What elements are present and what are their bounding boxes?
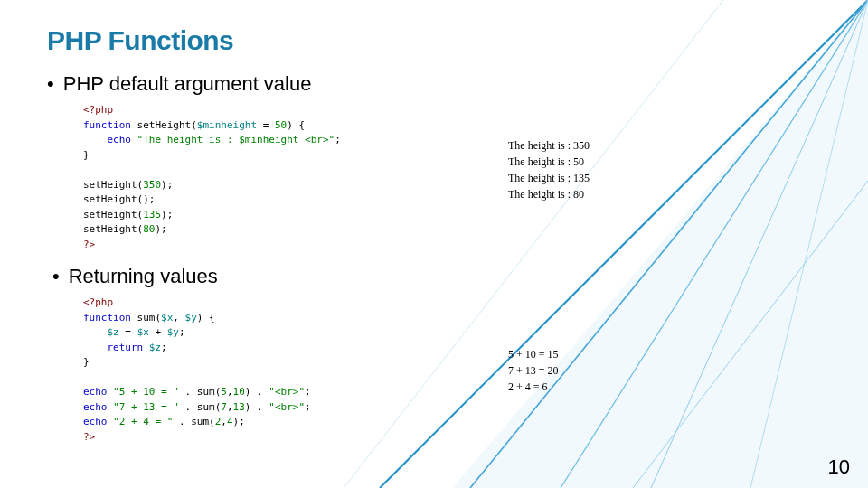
code-token: =	[257, 119, 275, 131]
code-token: ;	[305, 401, 311, 413]
output-line: The height is : 50	[508, 154, 590, 170]
code-token: ?>	[83, 239, 95, 250]
code-token: function	[83, 119, 131, 131]
code-token: ) .	[245, 401, 269, 413]
code-token: 10	[233, 386, 245, 398]
code-token: setHeight(	[83, 209, 143, 221]
code-token	[83, 326, 108, 338]
code-token: "The height is : $minheight <br>"	[131, 134, 335, 145]
code-token: +	[149, 326, 167, 338]
code-token: function	[83, 312, 131, 324]
code-token: "5 + 10 = "	[108, 386, 179, 398]
code-token: $x	[161, 312, 173, 324]
output-line: The height is : 350	[508, 137, 590, 154]
code-token: 50	[275, 119, 287, 131]
code-token: 135	[143, 209, 161, 221]
code-token: );	[155, 223, 166, 235]
code-token: ;	[161, 342, 167, 353]
code-token: ;	[335, 134, 341, 145]
code-token: <?php	[83, 296, 113, 308]
slide-title: PHP Functions	[47, 25, 821, 56]
code-token: <?php	[83, 104, 113, 116]
output-line: The height is : 135	[508, 170, 590, 186]
code-token: ) {	[197, 312, 215, 324]
code-token: echo	[83, 134, 131, 145]
page-number: 10	[828, 455, 850, 479]
code-token: setHeight(	[83, 223, 143, 235]
code-token: echo	[83, 416, 108, 427]
code-token: =	[119, 326, 137, 338]
example-2: <?php function sum($x, $y) { $z = $x + $…	[83, 296, 821, 445]
code-token: );	[161, 209, 173, 221]
code-token: ,	[227, 401, 233, 413]
code-token: return	[83, 342, 143, 353]
code-token: );	[233, 416, 245, 427]
code-token: ;	[305, 386, 311, 398]
code-token: setHeight(	[131, 119, 197, 131]
output-line: The height is : 80	[508, 186, 590, 202]
example-1: <?php function setHeight($minheight = 50…	[83, 103, 821, 252]
code-token: ,	[221, 416, 227, 427]
code-token: ) {	[287, 119, 305, 131]
code-token: sum(	[131, 312, 161, 324]
code-token: }	[83, 149, 90, 161]
bullet-text: Returning values	[69, 265, 218, 288]
code-token: "<br>"	[269, 386, 305, 398]
code-token: ,	[227, 386, 233, 398]
code-token: setHeight();	[83, 193, 155, 205]
code-token: . sum(	[173, 416, 214, 427]
code-token: $x	[137, 326, 149, 338]
code-token: "<br>"	[269, 401, 305, 413]
code-token: "7 + 13 = "	[108, 401, 179, 413]
output-line: 7 + 13 = 20	[508, 362, 559, 379]
code-token: "2 + 4 = "	[108, 416, 174, 427]
bullet-returning-values: • Returning values	[52, 265, 821, 288]
code-block-2: <?php function sum($x, $y) { $z = $x + $…	[83, 296, 481, 445]
output-block-2: 5 + 10 = 15 7 + 13 = 20 2 + 4 = 6	[508, 346, 559, 395]
output-line: 2 + 4 = 6	[508, 379, 559, 395]
code-token: $z	[143, 342, 161, 353]
code-token: setHeight(	[83, 179, 143, 191]
output-block-1: The height is : 350 The height is : 50 T…	[508, 137, 590, 202]
code-token: $z	[108, 326, 119, 338]
code-block-1: <?php function setHeight($minheight = 50…	[83, 103, 481, 252]
code-token: 13	[233, 401, 245, 413]
code-token: 80	[143, 223, 155, 235]
code-token: echo	[83, 386, 108, 398]
code-token: );	[161, 179, 173, 191]
bullet-dot-icon: •	[47, 72, 54, 96]
code-token: echo	[83, 401, 108, 413]
code-token: $y	[185, 312, 197, 324]
code-token: 350	[143, 179, 161, 191]
code-token: $y	[167, 326, 179, 338]
bullet-text: PHP default argument value	[63, 72, 312, 96]
code-token: 7	[221, 401, 227, 413]
output-line: 5 + 10 = 15	[508, 346, 559, 362]
code-token: ?>	[83, 431, 95, 443]
code-token: . sum(	[179, 401, 221, 413]
slide: PHP Functions • PHP default argument val…	[0, 0, 868, 488]
code-token: 4	[227, 416, 233, 427]
code-token: ;	[179, 326, 185, 338]
code-token: }	[83, 356, 90, 368]
code-token: ) .	[245, 386, 269, 398]
code-token: ,	[173, 312, 184, 324]
code-token: . sum(	[179, 386, 221, 398]
code-token: $minheight	[197, 119, 257, 131]
bullet-dot-icon: •	[52, 265, 60, 288]
bullet-default-arg: • PHP default argument value	[47, 72, 821, 96]
code-token: 5	[221, 386, 227, 398]
